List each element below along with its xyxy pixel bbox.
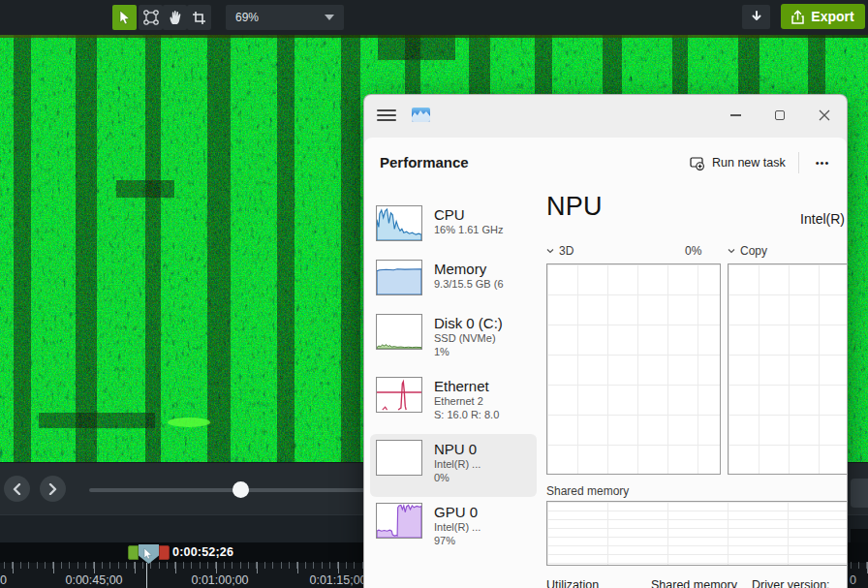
shared-memory-chart [546, 501, 847, 566]
sidebar-item-label: Memory [434, 260, 504, 278]
zoom-level-value: 69% [235, 11, 259, 24]
playhead-timestamp: 0:00:52;26 [172, 545, 233, 559]
download-button[interactable] [742, 5, 770, 29]
export-button[interactable]: Export [781, 4, 865, 29]
export-label: Export [811, 9, 853, 24]
footer-utilization-label: Utilization [546, 578, 599, 588]
playhead-handle[interactable] [139, 544, 159, 564]
transform-tool-button[interactable] [139, 5, 163, 30]
transform-icon [143, 10, 159, 25]
task-manager-titlebar[interactable] [364, 95, 847, 138]
pan-tool-button[interactable] [163, 5, 187, 30]
engine-copy-toggle[interactable]: Copy [728, 244, 767, 258]
crop-tool-button[interactable] [187, 5, 211, 30]
sidebar-item-cpu[interactable]: CPU 16% 1.61 GHz [370, 200, 537, 254]
chevron-right-icon [48, 483, 57, 495]
sidebar-item-label: GPU 0 [434, 503, 480, 521]
engine-copy-chart [728, 263, 847, 475]
engine-3d-chart [546, 263, 721, 475]
footer-shared-memory-label: Shared memory [651, 578, 737, 588]
cursor-icon [118, 10, 132, 25]
sidebar-item-gpu[interactable]: GPU 0 Intel(R) ... 97% [370, 497, 537, 560]
cursor-tool-button[interactable] [112, 5, 137, 30]
ruler-label: 0 [850, 573, 856, 587]
download-arrow-icon [751, 11, 762, 23]
sidebar-item-detail: SSD (NVMe) [434, 332, 503, 346]
chevron-down-icon [728, 247, 735, 255]
sidebar-item-detail: Intel(R) ... [434, 521, 480, 535]
footer-driver-version-label: Driver version: [752, 578, 830, 588]
ruler-label: 0:01:00;00 [191, 573, 248, 587]
task-manager-window: Performance Run new task ••• [363, 94, 848, 588]
playhead-line [146, 563, 147, 588]
ruler-label: 0 [0, 573, 7, 587]
task-manager-app-icon [412, 108, 430, 122]
playhead-out-marker[interactable] [159, 545, 170, 560]
sidebar-item-label: CPU [434, 205, 504, 224]
sidebar-item-label: Ethernet [434, 377, 499, 395]
sidebar-item-ethernet[interactable]: Ethernet Ethernet 2 S: 16.0 R: 8.0 [370, 371, 537, 434]
maximize-icon [775, 110, 785, 120]
sidebar-item-detail2: 1% [434, 346, 503, 359]
ruler-label: 0:00:45;00 [65, 573, 122, 587]
hamburger-menu-icon[interactable] [377, 108, 396, 123]
shared-memory-label: Shared memory [546, 484, 629, 498]
hand-icon [169, 10, 182, 25]
sidebar-item-detail: 9.3/15.5 GB (6 [434, 278, 504, 292]
sidebar-item-label: Disk 0 (C:) [434, 314, 503, 332]
engine-3d-toggle[interactable]: 3D [546, 244, 574, 258]
canvas-top-edge [0, 35, 868, 38]
sidebar-item-detail2: 97% [434, 535, 480, 548]
chevron-down-icon [325, 15, 334, 20]
sidebar-item-npu[interactable]: NPU 0 Intel(R) ... 0% [370, 434, 537, 497]
editor-toolbar: 69% Export [0, 0, 868, 35]
sidebar-item-detail2: 0% [434, 472, 480, 485]
engine-3d-value: 0% [685, 244, 701, 258]
sidebar-item-detail: Ethernet 2 [434, 395, 499, 409]
step-back-button[interactable] [4, 476, 30, 502]
npu-mini-chart [376, 440, 422, 476]
minimize-icon [730, 114, 741, 116]
mouse-cursor-icon [143, 548, 153, 560]
step-forward-button[interactable] [40, 476, 66, 502]
playhead[interactable] [128, 544, 170, 564]
chevron-left-icon [13, 483, 21, 495]
sidebar-item-detail: 16% 1.61 GHz [434, 224, 504, 237]
npu-detail-panel: NPU Intel(R) 3D 0% Copy [543, 138, 847, 588]
timeline-zoom-slider-handle[interactable] [232, 481, 249, 498]
device-title: NPU [546, 192, 603, 222]
control-bar-right-button[interactable] [851, 479, 868, 508]
engine-copy-label: Copy [740, 244, 767, 258]
ethernet-mini-chart [376, 377, 422, 413]
chevron-down-icon [546, 247, 554, 255]
sidebar-item-detail2: S: 16.0 R: 8.0 [434, 409, 499, 422]
engine-3d-label: 3D [559, 244, 574, 258]
zoom-level-dropdown[interactable]: 69% [226, 5, 344, 30]
sidebar-item-memory[interactable]: Memory 9.3/15.5 GB (6 [370, 254, 537, 308]
page-title: Performance [380, 154, 469, 170]
playhead-in-marker[interactable] [128, 545, 139, 560]
cpu-mini-chart [376, 205, 422, 241]
engine-labels-row: 3D 0% Copy [546, 244, 847, 260]
minimize-button[interactable] [719, 99, 752, 132]
ruler-label: 0:01:15;00 [309, 573, 366, 587]
maximize-button[interactable] [763, 99, 796, 132]
sidebar-item-detail: Intel(R) ... [434, 458, 480, 472]
gpu-mini-chart [376, 503, 422, 539]
device-vendor: Intel(R) [800, 211, 845, 227]
sidebar-item-label: NPU 0 [434, 440, 480, 458]
share-upload-icon [791, 10, 804, 24]
close-icon [819, 109, 830, 121]
sidebar-item-disk[interactable]: Disk 0 (C:) SSD (NVMe) 1% [370, 308, 537, 371]
memory-mini-chart [376, 260, 422, 295]
disk-mini-chart [376, 314, 422, 350]
task-manager-content: Performance Run new task ••• [364, 138, 847, 588]
close-button[interactable] [808, 99, 841, 132]
crop-icon [192, 11, 206, 25]
performance-sidebar: CPU 16% 1.61 GHz Memory 9.3/15.5 GB (6 [370, 200, 537, 560]
